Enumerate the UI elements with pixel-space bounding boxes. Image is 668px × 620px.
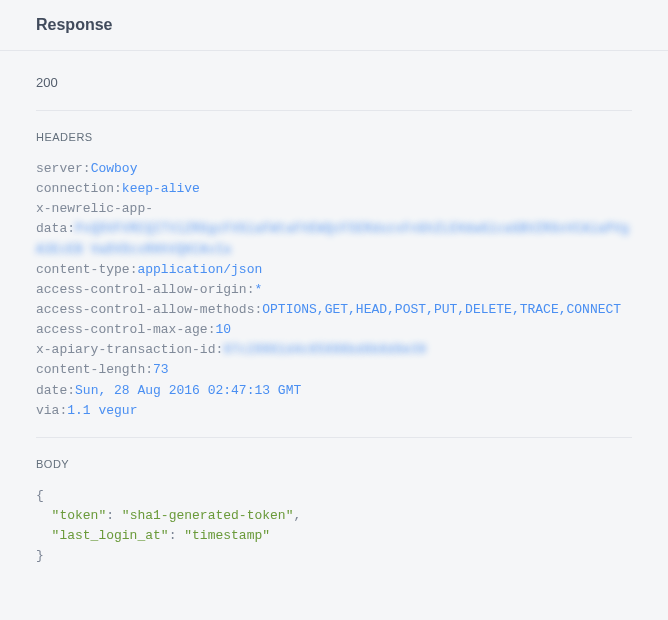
header-key: x-apiary-transaction-id: [36, 342, 215, 357]
header-value: *: [254, 282, 262, 297]
response-body: { "token": "sha1-generated-token", "last…: [36, 486, 632, 567]
header-value-redacted: PxQDVFVRCQITVlZRGgcFVGlaFWtaFhEWQcF5ERdo…: [36, 221, 629, 256]
status-code: 200: [36, 75, 632, 111]
header-value: 73: [153, 362, 169, 377]
header-key: server: [36, 161, 83, 176]
header-value: keep-alive: [122, 181, 200, 196]
header-key: access-control-max-age: [36, 322, 208, 337]
header-row: data:PxQDVFVRCQITVlZRGgcFVGlaFWtaFhEWQcF…: [36, 219, 632, 259]
header-value: application/json: [137, 262, 262, 277]
header-value: Sun, 28 Aug 2016 02:47:13 GMT: [75, 383, 301, 398]
header-value: 10: [215, 322, 231, 337]
header-row: access-control-allow-methods:OPTIONS,GET…: [36, 300, 632, 320]
headers-list: server:Cowboy connection:keep-alive x-ne…: [36, 159, 632, 438]
header-key: access-control-allow-origin: [36, 282, 247, 297]
body-value: "sha1-generated-token": [122, 508, 294, 523]
header-row: x-apiary-transaction-id:97c29961d4c85898…: [36, 340, 632, 360]
header-value-redacted: 97c29961d4c85898bd0b8d0e39: [223, 342, 426, 357]
header-key: content-type: [36, 262, 130, 277]
headers-section-label: HEADERS: [36, 131, 632, 143]
response-header: Response: [0, 0, 668, 51]
header-key: date: [36, 383, 67, 398]
body-key: "last_login_at": [52, 528, 169, 543]
response-title: Response: [36, 16, 632, 34]
header-row: x-newrelic-app-: [36, 199, 632, 219]
body-key: "token": [52, 508, 107, 523]
header-key: access-control-allow-methods: [36, 302, 254, 317]
header-key: x-newrelic-app-: [36, 201, 153, 216]
header-row: connection:keep-alive: [36, 179, 632, 199]
header-key: via: [36, 403, 59, 418]
header-row: server:Cowboy: [36, 159, 632, 179]
header-value: 1.1 vegur: [67, 403, 137, 418]
header-row: content-type:application/json: [36, 260, 632, 280]
response-content: 200 HEADERS server:Cowboy connection:kee…: [0, 51, 668, 606]
header-key: connection: [36, 181, 114, 196]
body-value: "timestamp": [184, 528, 270, 543]
header-value: Cowboy: [91, 161, 138, 176]
header-row: date:Sun, 28 Aug 2016 02:47:13 GMT: [36, 381, 632, 401]
header-row: via:1.1 vegur: [36, 401, 632, 421]
header-value: OPTIONS,GET,HEAD,POST,PUT,DELETE,TRACE,C…: [262, 302, 621, 317]
header-key: data: [36, 221, 67, 236]
header-row: access-control-allow-origin:*: [36, 280, 632, 300]
header-row: access-control-max-age:10: [36, 320, 632, 340]
body-section-label: BODY: [36, 458, 632, 470]
header-key: content-length: [36, 362, 145, 377]
header-row: content-length:73: [36, 360, 632, 380]
